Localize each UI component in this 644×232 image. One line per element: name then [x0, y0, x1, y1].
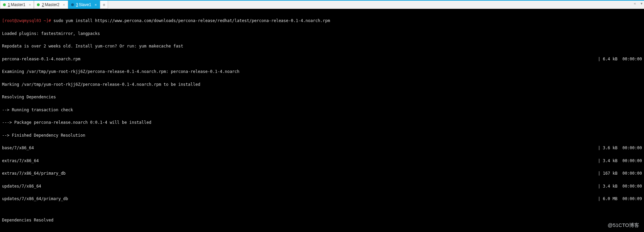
close-icon[interactable]: × [63, 3, 65, 7]
terminal-line: updates/7/x86_64| 3.4 kB 00:00:00 [2, 184, 642, 189]
tab-bar: 1 Master1 × 2 Master2 × 3 Slave1 × + « ▾ [0, 0, 644, 9]
close-icon[interactable]: × [95, 3, 97, 7]
terminal-line: Repodata is over 2 weeks old. Install yu… [2, 44, 642, 49]
tab-slave1[interactable]: 3 Slave1 × [68, 1, 100, 9]
tab-hotkey: 3 [76, 2, 78, 7]
tab-label: Master1 [11, 2, 25, 7]
window-menu-icon[interactable]: ▾ [641, 1, 643, 6]
terminal-line: updates/7/x86_64/primary_db| 6.0 MB 00:0… [2, 197, 642, 201]
terminal-line: Examining /var/tmp/yum-root-rkjj6Z/perco… [2, 70, 642, 74]
tab-hotkey: 1 [8, 2, 10, 7]
terminal-line: Dependencies Resolved [2, 218, 642, 223]
terminal-line: --> Running transaction check [2, 108, 642, 112]
window-controls: « ▾ [634, 1, 643, 6]
status-dot-icon [3, 3, 6, 6]
terminal-line: ---> Package percona-release.noarch 0:0.… [2, 120, 642, 125]
new-tab-button[interactable]: + [100, 1, 108, 9]
terminal-line: --> Finished Dependency Resolution [2, 133, 642, 138]
terminal-line: base/7/x86_64| 3.6 kB 00:00:00 [2, 146, 642, 150]
terminal-line: Loaded plugins: fastestmirror, langpacks [2, 32, 642, 36]
tab-master2[interactable]: 2 Master2 × [34, 1, 68, 9]
status-dot-icon [37, 3, 40, 6]
terminal-line: extras/7/x86_64/primary_db| 167 kB 00:00… [2, 171, 642, 176]
window-collapse-icon[interactable]: « [634, 1, 636, 6]
terminal-line: Resolving Dependencies [2, 95, 642, 99]
tab-label: Slave1 [79, 2, 91, 7]
terminal-line: Marking /var/tmp/yum-root-rkjj6Z/percona… [2, 82, 642, 87]
terminal-output[interactable]: [root@zwqmysql03 ~]# sudo yum install ht… [0, 9, 644, 232]
status-dot-icon [71, 3, 74, 6]
terminal-line: [root@zwqmysql03 ~]# sudo yum install ht… [2, 19, 642, 23]
terminal-line: extras/7/x86_64| 3.4 kB 00:00:00 [2, 159, 642, 163]
tab-hotkey: 2 [42, 2, 44, 7]
shell-command: sudo yum install https://www.percona.com… [54, 18, 330, 23]
tab-master1[interactable]: 1 Master1 × [0, 1, 34, 9]
tab-label: Master2 [45, 2, 59, 7]
terminal-line: percona-release-0.1-4.noarch.rpm| 6.4 kB… [2, 57, 642, 61]
shell-prompt: [root@zwqmysql03 ~]# [2, 18, 54, 23]
close-icon[interactable]: × [29, 3, 31, 7]
